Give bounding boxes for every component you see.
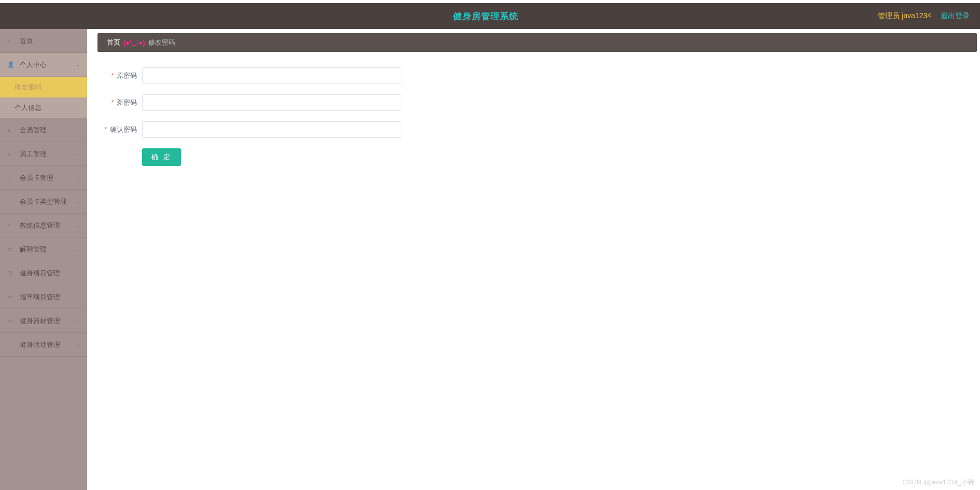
sidebar-item-6[interactable]: ≡教练信息管理⌄ (0, 214, 87, 237)
label-confirm-password: * 确认密码 (97, 125, 142, 134)
circle-icon: ○ (7, 342, 16, 348)
sidebar-item-label: 会员卡类型管理 (20, 197, 67, 206)
bar-icon: ≡ (7, 175, 16, 181)
sidebar-item-label: 首页 (20, 36, 33, 46)
current-user-label[interactable]: 管理员 java1234 (878, 11, 931, 21)
submenu-item-1-0[interactable]: 修改密码 (0, 77, 87, 97)
header-right: 管理员 java1234 退出登录 (878, 11, 970, 21)
sidebar-item-11[interactable]: ○健身活动管理⌄ (0, 333, 87, 357)
form-row-new-password: * 新密码 (97, 94, 523, 111)
sidebar-item-0[interactable]: ⌂首页 (0, 29, 87, 53)
list-icon: ≡ (7, 199, 16, 205)
sidebar-item-label: 会员卡管理 (20, 173, 53, 183)
submenu-item-1-1[interactable]: 个人信息 (0, 97, 87, 118)
sidebar-item-9[interactable]: ▭指导项目管理⌄ (0, 285, 87, 309)
sidebar-item-label: 会员管理 (20, 125, 47, 135)
sidebar-item-4[interactable]: ≡会员卡管理⌄ (0, 166, 87, 190)
old-password-input[interactable] (142, 67, 401, 84)
control-old-password (142, 67, 401, 84)
label-old-password: * 原密码 (97, 71, 142, 80)
content: 首页 (●'◡'●) 修改密码 * 原密码* 新密码* 确认密码确 定 (87, 29, 980, 490)
breadcrumb-current: 修改密码 (148, 38, 175, 47)
sidebar-item-7[interactable]: ▭解聘管理⌄ (0, 237, 87, 261)
required-mark: * (111, 99, 114, 106)
sidebar-item-10[interactable]: ▭健身器材管理⌄ (0, 309, 87, 333)
chart-icon: ≡ (7, 127, 16, 133)
sidebar-item-3[interactable]: ≡员工管理⌄ (0, 142, 87, 166)
sidebar-item-label: 健身活动管理 (20, 340, 60, 349)
required-mark: * (104, 125, 107, 133)
control-new-password (142, 94, 401, 111)
submit-button[interactable]: 确 定 (142, 148, 181, 166)
clock-icon: ◷ (7, 270, 16, 276)
chevron-down-icon: ⌄ (76, 62, 80, 67)
form-row-confirm-password: * 确认密码 (97, 121, 523, 138)
sidebar-item-label: 教练信息管理 (20, 221, 60, 230)
doc-icon: ▭ (7, 293, 16, 300)
submenu-1: 修改密码个人信息 (0, 77, 87, 118)
header: 健身房管理系统 管理员 java1234 退出登录 (0, 3, 980, 29)
chevron-down-icon: ⌄ (76, 294, 80, 300)
chevron-down-icon: ⌄ (76, 270, 80, 276)
sidebar-item-label: 指导项目管理 (20, 292, 60, 302)
sidebar-item-2[interactable]: ≡会员管理⌄ (0, 118, 87, 142)
confirm-password-input[interactable] (142, 121, 401, 138)
user-icon: 👤 (7, 61, 16, 68)
sidebar-item-label: 个人中心 (20, 60, 47, 69)
sidebar-item-5[interactable]: ≡会员卡类型管理⌄ (0, 190, 87, 214)
new-password-input[interactable] (142, 94, 401, 111)
form-row-old-password: * 原密码 (97, 67, 523, 84)
sidebar: ⌂首页👤个人中心⌄修改密码个人信息≡会员管理⌄≡员工管理⌄≡会员卡管理⌄≡会员卡… (0, 29, 87, 490)
required-mark: * (111, 72, 114, 79)
change-password-form: * 原密码* 新密码* 确认密码确 定 (97, 52, 523, 192)
chevron-down-icon: ⌄ (76, 222, 80, 228)
breadcrumb-separator: (●'◡'●) (123, 39, 145, 47)
sidebar-item-label: 健身器材管理 (20, 316, 60, 326)
case-icon: ▭ (7, 246, 16, 253)
sidebar-item-label: 健身项目管理 (20, 269, 60, 278)
chevron-down-icon: ⌄ (76, 127, 80, 133)
chevron-down-icon: ⌄ (76, 318, 80, 324)
chevron-down-icon: ⌄ (76, 175, 80, 180)
chevron-down-icon: ⌄ (76, 342, 80, 347)
box-icon: ▭ (7, 317, 16, 324)
logout-link[interactable]: 退出登录 (941, 11, 970, 21)
label-new-password: * 新密码 (97, 98, 142, 107)
sidebar-item-label: 解聘管理 (20, 245, 47, 254)
home-icon: ⌂ (7, 38, 16, 44)
breadcrumb-home[interactable]: 首页 (107, 38, 120, 47)
form-submit-row: 确 定 (97, 148, 523, 166)
list-icon: ≡ (7, 151, 16, 157)
sidebar-item-1[interactable]: 👤个人中心⌄ (0, 53, 87, 77)
list-icon: ≡ (7, 222, 16, 229)
sidebar-item-label: 员工管理 (20, 149, 47, 159)
app-title: 健身房管理系统 (93, 10, 878, 22)
sidebar-item-8[interactable]: ◷健身项目管理⌄ (0, 261, 87, 285)
control-confirm-password (142, 121, 401, 138)
chevron-down-icon: ⌄ (76, 199, 80, 204)
chevron-down-icon: ⌄ (76, 151, 80, 157)
chevron-down-icon: ⌄ (76, 246, 80, 252)
breadcrumb: 首页 (●'◡'●) 修改密码 (97, 33, 977, 52)
